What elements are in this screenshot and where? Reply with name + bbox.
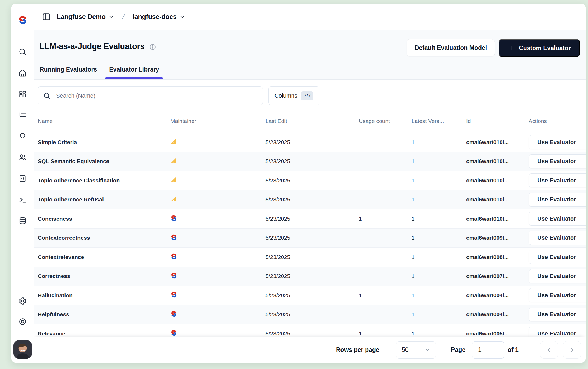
- actions-cell: Use Evaluator: [524, 193, 586, 207]
- sidebar-item-prompts[interactable]: [17, 130, 28, 142]
- table-row[interactable]: SQL Semantic Equivalence5/23/20251cmal6w…: [34, 152, 586, 171]
- use-evaluator-button[interactable]: Use Evaluator: [529, 288, 586, 302]
- sidebar-item-playground[interactable]: [17, 194, 28, 205]
- project-name: langfuse-docs: [133, 13, 177, 21]
- page-label: Page: [451, 346, 465, 353]
- use-evaluator-button[interactable]: Use Evaluator: [529, 135, 586, 149]
- sidebar-item-settings[interactable]: [17, 295, 28, 307]
- table-row[interactable]: Contextrelevance5/23/20251cmal6wart008l.…: [34, 248, 586, 267]
- use-evaluator-button[interactable]: Use Evaluator: [529, 327, 586, 337]
- column-header-maintainer: Maintainer: [166, 118, 262, 124]
- sidebar-item-search[interactable]: [17, 46, 28, 58]
- rows-per-page-select[interactable]: 50: [396, 341, 436, 359]
- search-input[interactable]: [56, 92, 257, 99]
- langfuse-icon: [170, 253, 178, 260]
- previous-page-button[interactable]: [540, 341, 558, 359]
- gear-icon: [18, 297, 27, 305]
- use-evaluator-button[interactable]: Use Evaluator: [529, 212, 586, 226]
- usage-count: 1: [355, 292, 408, 299]
- sidebar-item-evaluation[interactable]: [17, 215, 28, 226]
- use-evaluator-button[interactable]: Use Evaluator: [529, 193, 586, 207]
- evaluator-name: SQL Semantic Equivalence: [34, 158, 166, 164]
- latest-version: 1: [408, 177, 464, 184]
- evaluator-name: Helpfulness: [34, 311, 166, 318]
- use-evaluator-button[interactable]: Use Evaluator: [529, 308, 586, 321]
- page-header: LLM-as-a-Judge Evaluators Default Evalua…: [34, 30, 586, 80]
- langfuse-icon: [170, 215, 178, 222]
- next-page-button[interactable]: [563, 341, 581, 359]
- use-evaluator-button[interactable]: Use Evaluator: [529, 173, 586, 187]
- maintainer-cell: [166, 253, 262, 261]
- rows-per-page-value: 50: [402, 346, 409, 353]
- page-total-label: of 1: [508, 346, 519, 353]
- actions-cell: Use Evaluator: [524, 269, 586, 283]
- use-evaluator-button[interactable]: Use Evaluator: [529, 154, 586, 168]
- info-icon[interactable]: [149, 44, 156, 50]
- tab-running-evaluators[interactable]: Running Evaluators: [40, 66, 97, 79]
- user-avatar[interactable]: [13, 340, 32, 359]
- sidebar-toggle-button[interactable]: [41, 12, 52, 22]
- actions-cell: Use Evaluator: [524, 173, 586, 187]
- plus-icon: [508, 45, 515, 51]
- maintainer-cell: [166, 138, 262, 146]
- last-edit-date: 5/23/2025: [262, 196, 355, 203]
- sidebar-item-support[interactable]: [17, 316, 28, 327]
- sidebar-item-dashboards[interactable]: [17, 88, 28, 100]
- custom-evaluator-button[interactable]: Custom Evaluator: [499, 39, 580, 57]
- evaluator-name: Conciseness: [34, 216, 166, 222]
- maintainer-cell: [166, 234, 262, 242]
- sidebar-item-tracing[interactable]: [17, 109, 28, 121]
- sidebar-item-users[interactable]: [17, 152, 28, 163]
- table-row[interactable]: Conciseness5/23/202511cmal6wart010l...Us…: [34, 209, 586, 229]
- evaluator-name: Contextrelevance: [34, 254, 166, 260]
- last-edit-date: 5/23/2025: [262, 177, 355, 184]
- tab-evaluator-library[interactable]: Evaluator Library: [109, 66, 159, 79]
- use-evaluator-button[interactable]: Use Evaluator: [529, 269, 586, 283]
- column-header-latest-vers: Latest Vers...: [408, 118, 464, 124]
- table-row[interactable]: Simple Criteria5/23/20251cmal6wart010l..…: [34, 133, 586, 152]
- evaluator-name: Correctness: [34, 273, 166, 279]
- use-evaluator-button[interactable]: Use Evaluator: [529, 250, 586, 264]
- usage-count: 1: [355, 216, 408, 222]
- search-box: [38, 86, 263, 105]
- table-row[interactable]: Contextcorrectness5/23/20251cmal6wart009…: [34, 229, 586, 248]
- last-edit-date: 5/23/2025: [262, 311, 355, 318]
- table-row[interactable]: Helpfulness5/23/20251cmal6wart004l...Use…: [34, 305, 586, 324]
- evaluator-id: cmal6wart008l...: [464, 254, 524, 260]
- actions-cell: Use Evaluator: [524, 212, 586, 226]
- sidebar-item-datasets[interactable]: [17, 173, 28, 184]
- top-navigation-bar: Langfuse Demo langfuse-docs: [34, 4, 586, 30]
- project-selector[interactable]: langfuse-docs: [130, 11, 187, 22]
- org-name: Langfuse Demo: [57, 13, 106, 21]
- table-row[interactable]: Hallucination5/23/202511cmal6wart004l...…: [34, 286, 586, 305]
- column-header-last-edit: Last Edit: [262, 118, 355, 124]
- actions-cell: Use Evaluator: [524, 250, 586, 264]
- app-window: Langfuse Demo langfuse-docs LLM-as-a-Jud…: [11, 4, 586, 363]
- sidebar-item-home[interactable]: [17, 67, 28, 79]
- maintainer-cell: [166, 310, 262, 319]
- maintainer-cell: [166, 272, 262, 280]
- columns-button[interactable]: Columns 7/7: [268, 86, 319, 105]
- evaluator-name: Topic Adherence Classification: [34, 177, 166, 184]
- last-edit-date: 5/23/2025: [262, 254, 355, 260]
- org-selector[interactable]: Langfuse Demo: [55, 11, 116, 22]
- use-evaluator-button[interactable]: Use Evaluator: [529, 231, 586, 245]
- page-number-input[interactable]: [472, 341, 504, 359]
- default-evaluation-model-button[interactable]: Default Evaluation Model: [407, 39, 495, 56]
- table-row[interactable]: Topic Adherence Classification5/23/20251…: [34, 171, 586, 190]
- column-header-actions: Actions: [524, 118, 586, 124]
- table-toolbar: Columns 7/7: [34, 80, 586, 110]
- maintainer-cell: [166, 329, 262, 337]
- table-row[interactable]: Topic Adherence Refusal5/23/20251cmal6wa…: [34, 190, 586, 210]
- evaluator-table: NameMaintainerLast EditUsage countLatest…: [34, 110, 586, 337]
- latest-version: 1: [408, 196, 464, 203]
- table-row[interactable]: Correctness5/23/20251cmal6wart007l...Use…: [34, 267, 586, 286]
- table-row[interactable]: Relevance5/23/202511cmal6wart005l...Use …: [34, 324, 586, 337]
- langfuse-icon: [170, 291, 178, 298]
- ragas-triangle-icon: [170, 176, 178, 183]
- latest-version: 1: [408, 273, 464, 279]
- table-footer: Rows per page 50 Page of 1: [34, 337, 586, 363]
- chevron-right-icon: [569, 347, 576, 353]
- avatar-image: [13, 340, 32, 359]
- latest-version: 1: [408, 216, 464, 222]
